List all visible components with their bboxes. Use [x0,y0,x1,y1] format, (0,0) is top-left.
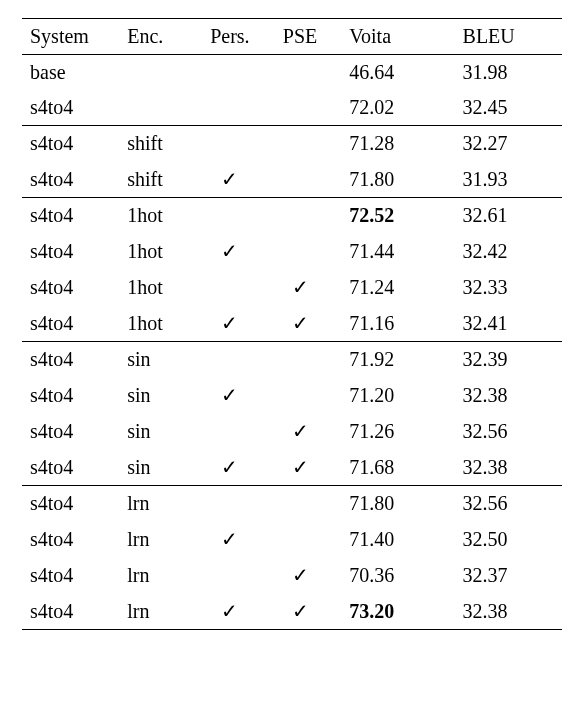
cell-system: s4to4 [22,521,119,557]
cell-bleu: 32.45 [449,90,562,126]
cell-pers [195,90,265,126]
cell-pse: ✓ [265,269,335,305]
header-voita: Voita [335,19,448,55]
check-icon: ✓ [292,312,309,334]
cell-voita: 71.80 [335,486,448,522]
check-icon: ✓ [221,600,238,622]
check-icon: ✓ [221,456,238,478]
table-row: s4to4sin✓✓71.6832.38 [22,449,562,486]
cell-pers [195,55,265,91]
cell-pse [265,198,335,234]
table-row: s4to4lrn✓70.3632.37 [22,557,562,593]
cell-voita: 46.64 [335,55,448,91]
cell-pse [265,90,335,126]
table-row: base46.6431.98 [22,55,562,91]
check-icon: ✓ [221,240,238,262]
check-icon: ✓ [221,168,238,190]
cell-voita: 71.68 [335,449,448,486]
table-row: s4to4sin✓71.2032.38 [22,377,562,413]
cell-enc: sin [119,449,195,486]
cell-system: s4to4 [22,126,119,162]
table-row: s4to41hot✓✓71.1632.41 [22,305,562,342]
cell-voita: 71.44 [335,233,448,269]
cell-system: base [22,55,119,91]
cell-pse: ✓ [265,557,335,593]
check-icon: ✓ [292,276,309,298]
cell-pers [195,198,265,234]
table-row: s4to4lrn✓✓73.2032.38 [22,593,562,630]
cell-enc: 1hot [119,305,195,342]
cell-bleu: 32.42 [449,233,562,269]
cell-voita: 71.16 [335,305,448,342]
results-table: System Enc. Pers. PSE Voita BLEU base46.… [22,18,562,630]
cell-pse [265,55,335,91]
cell-system: s4to4 [22,269,119,305]
cell-pers [195,126,265,162]
cell-system: s4to4 [22,486,119,522]
cell-pers [195,557,265,593]
table-row: s4to41hot✓71.4432.42 [22,233,562,269]
cell-bleu: 32.50 [449,521,562,557]
cell-pers: ✓ [195,377,265,413]
cell-enc: lrn [119,557,195,593]
cell-system: s4to4 [22,377,119,413]
cell-pers [195,269,265,305]
table-row: s4to4shift✓71.8031.93 [22,161,562,198]
table-row: s4to4lrn✓71.4032.50 [22,521,562,557]
cell-system: s4to4 [22,305,119,342]
cell-voita: 71.24 [335,269,448,305]
cell-pse [265,521,335,557]
cell-bleu: 32.39 [449,342,562,378]
cell-pse [265,486,335,522]
cell-pse: ✓ [265,593,335,630]
cell-bleu: 32.33 [449,269,562,305]
cell-enc: 1hot [119,233,195,269]
cell-system: s4to4 [22,161,119,198]
cell-system: s4to4 [22,233,119,269]
cell-pers: ✓ [195,449,265,486]
cell-enc: lrn [119,486,195,522]
cell-pers: ✓ [195,521,265,557]
cell-bleu: 32.56 [449,486,562,522]
cell-bleu: 32.38 [449,449,562,486]
cell-system: s4to4 [22,90,119,126]
header-bleu: BLEU [449,19,562,55]
cell-pse: ✓ [265,305,335,342]
cell-system: s4to4 [22,342,119,378]
cell-enc [119,55,195,91]
table-row: s4to472.0232.45 [22,90,562,126]
cell-system: s4to4 [22,557,119,593]
cell-voita: 71.92 [335,342,448,378]
cell-enc: 1hot [119,269,195,305]
check-icon: ✓ [292,420,309,442]
check-icon: ✓ [221,384,238,406]
cell-pers [195,486,265,522]
cell-pse: ✓ [265,449,335,486]
cell-pers [195,413,265,449]
cell-voita: 71.20 [335,377,448,413]
cell-enc: shift [119,161,195,198]
check-icon: ✓ [221,312,238,334]
check-icon: ✓ [221,528,238,550]
table-header-row: System Enc. Pers. PSE Voita BLEU [22,19,562,55]
cell-enc [119,90,195,126]
cell-pse: ✓ [265,413,335,449]
cell-system: s4to4 [22,449,119,486]
cell-bleu: 32.38 [449,377,562,413]
cell-voita: 71.80 [335,161,448,198]
cell-pers [195,342,265,378]
cell-enc: sin [119,377,195,413]
cell-voita: 71.40 [335,521,448,557]
cell-bleu: 31.98 [449,55,562,91]
table-row: s4to41hot✓71.2432.33 [22,269,562,305]
header-system: System [22,19,119,55]
cell-enc: lrn [119,521,195,557]
cell-bleu: 32.56 [449,413,562,449]
table-row: s4to4lrn71.8032.56 [22,486,562,522]
cell-pse [265,342,335,378]
cell-pers: ✓ [195,161,265,198]
cell-pse [265,161,335,198]
table-row: s4to41hot72.5232.61 [22,198,562,234]
cell-pers: ✓ [195,305,265,342]
cell-bleu: 32.61 [449,198,562,234]
